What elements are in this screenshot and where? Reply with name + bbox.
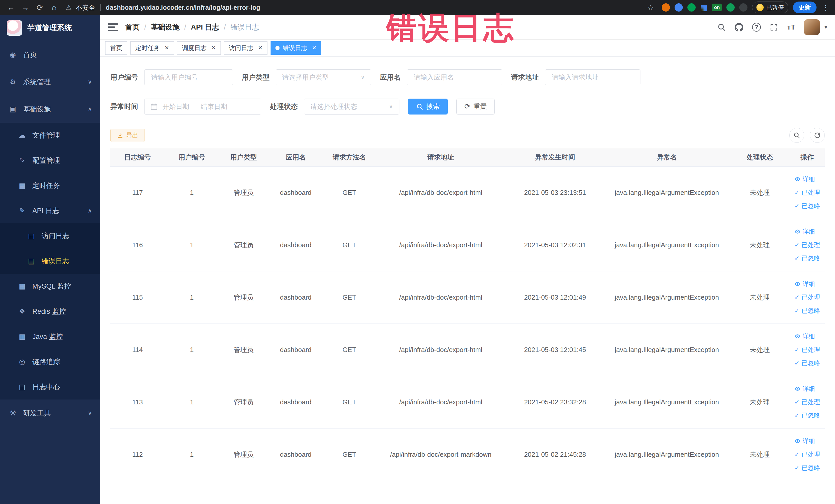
close-icon[interactable]: ×	[257, 44, 264, 52]
request-url-input[interactable]	[545, 69, 640, 85]
tab-访问日志[interactable]: 访问日志×	[224, 41, 267, 55]
action-已处理[interactable]: ✓已处理	[794, 344, 820, 356]
cell-exception: java.lang.IllegalArgumentException	[604, 271, 730, 323]
sidebar-item-首页[interactable]: ◉首页	[0, 41, 100, 68]
breadcrumb-separator: /	[144, 23, 146, 31]
sidebar-item-日志中心[interactable]: ▤日志中心	[0, 374, 100, 400]
refresh-button[interactable]	[810, 128, 825, 143]
sidebar-item-访问日志[interactable]: ▤访问日志	[0, 223, 100, 248]
table-row: 1161管理员dashboardGET/api/infra/db-doc/exp…	[110, 219, 825, 271]
search-button[interactable]: 搜索	[408, 99, 448, 115]
url-text[interactable]: dashboard.yudao.iocoder.cn/infra/log/api…	[106, 4, 260, 11]
sidebar-item-系统管理[interactable]: ⚙系统管理∨	[0, 68, 100, 96]
extension-on-badge[interactable]: on	[712, 4, 722, 11]
action-已忽略[interactable]: ✓已忽略	[794, 357, 820, 369]
app-logo[interactable]: 芋道管理系统	[0, 15, 100, 41]
sidebar-item-研发工具[interactable]: ⚒研发工具∨	[0, 400, 100, 427]
reset-button[interactable]: ⟳ 重置	[456, 99, 495, 115]
tab-调度日志[interactable]: 调度日志×	[177, 41, 221, 55]
tab-错误日志[interactable]: 错误日志×	[270, 41, 321, 55]
close-icon[interactable]: ×	[310, 44, 318, 52]
action-详细[interactable]: 详细	[794, 435, 815, 447]
cell-id: 113	[110, 376, 165, 428]
avatar[interactable]	[804, 19, 820, 35]
extensions-puzzle-icon[interactable]	[739, 3, 748, 12]
cell-actions: 详细✓已处理✓已忽略	[790, 376, 825, 428]
security-label[interactable]: 不安全	[76, 3, 95, 12]
extension-icon[interactable]	[687, 3, 696, 12]
action-已忽略[interactable]: ✓已忽略	[794, 200, 820, 212]
sidebar-item-配置管理[interactable]: ✎配置管理	[0, 148, 100, 173]
update-button[interactable]: 更新	[793, 2, 816, 13]
column-header: 应用名	[268, 148, 323, 166]
tab-首页[interactable]: 首页	[105, 41, 127, 55]
action-已处理[interactable]: ✓已处理	[794, 291, 820, 303]
process-status-select[interactable]: 请选择处理状态 ∨	[304, 99, 400, 115]
action-已处理[interactable]: ✓已处理	[794, 448, 820, 460]
sidebar-item-Java 监控[interactable]: ▥Java 监控	[0, 324, 100, 349]
breadcrumb-item[interactable]: 基础设施	[151, 22, 180, 32]
action-已处理[interactable]: ✓已处理	[794, 187, 820, 199]
browser-menu-icon[interactable]: ⋮	[821, 3, 830, 12]
action-已忽略[interactable]: ✓已忽略	[794, 409, 820, 421]
back-icon[interactable]: ←	[5, 1, 18, 14]
action-详细[interactable]: 详细	[794, 226, 815, 238]
user-type-label: 用户类型	[242, 73, 269, 82]
eye-icon	[794, 228, 801, 235]
app-name-input[interactable]	[407, 69, 502, 85]
action-已忽略[interactable]: ✓已忽略	[794, 253, 820, 264]
user-type-select[interactable]: 请选择用户类型 ∨	[276, 69, 371, 85]
action-已处理[interactable]: ✓已处理	[794, 396, 820, 408]
extension-icon[interactable]	[727, 3, 735, 12]
action-详细[interactable]: 详细	[794, 173, 815, 185]
bookmark-star-icon[interactable]: ☆	[644, 1, 657, 14]
sidebar: 芋道管理系统 ◉首页⚙系统管理∨▣基础设施∧☁文件管理✎配置管理▦定时任务✎AP…	[0, 15, 100, 504]
extension-icon[interactable]	[662, 3, 670, 12]
search-icon[interactable]	[717, 22, 727, 32]
action-已忽略[interactable]: ✓已忽略	[794, 462, 820, 474]
reload-icon[interactable]: ⟳	[33, 1, 46, 14]
close-icon[interactable]: ×	[210, 44, 218, 52]
doc-icon: ▤	[27, 257, 36, 265]
paused-badge[interactable]: 已暂停	[752, 2, 788, 13]
fullscreen-icon[interactable]	[769, 22, 779, 32]
github-icon[interactable]	[734, 22, 744, 32]
address-bar[interactable]: ⚠ 不安全 dashboard.yudao.iocoder.cn/infra/l…	[62, 3, 643, 12]
home-icon[interactable]: ⌂	[48, 1, 61, 14]
sidebar-item-定时任务[interactable]: ▦定时任务	[0, 173, 100, 198]
date-range-picker[interactable]: 开始日期 - 结束日期	[144, 99, 261, 115]
font-size-icon[interactable]: тT	[787, 22, 796, 32]
breadcrumb-item[interactable]: 首页	[125, 22, 140, 32]
action-已忽略[interactable]: ✓已忽略	[794, 305, 820, 317]
action-详细[interactable]: 详细	[794, 278, 815, 290]
table-row: 1171管理员dashboardGET/api/infra/db-doc/exp…	[110, 166, 825, 219]
extension-icon[interactable]	[675, 3, 683, 12]
sidebar-item-Redis 监控[interactable]: ❖Redis 监控	[0, 299, 100, 324]
sidebar-item-API 日志[interactable]: ✎API 日志∧	[0, 198, 100, 223]
help-icon[interactable]: ?	[752, 22, 761, 32]
sidebar-item-错误日志[interactable]: ▤错误日志	[0, 248, 100, 274]
cell-time: 2021-05-03 12:01:45	[506, 323, 604, 376]
extension-icon[interactable]: ▦	[700, 3, 708, 12]
hamburger-icon[interactable]	[108, 23, 118, 32]
sidebar-item-基础设施[interactable]: ▣基础设施∧	[0, 96, 100, 123]
cell-url: /api/infra/db-doc/export-markdown	[375, 428, 506, 481]
sidebar-item-文件管理[interactable]: ☁文件管理	[0, 123, 100, 148]
table-header-row: 日志编号用户编号用户类型应用名请求方法名请求地址异常发生时间异常名处理状态操作	[110, 148, 825, 166]
breadcrumb-item[interactable]: API 日志	[191, 22, 219, 32]
action-详细[interactable]: 详细	[794, 383, 815, 395]
sidebar-item-链路追踪[interactable]: ◎链路追踪	[0, 349, 100, 374]
action-已处理[interactable]: ✓已处理	[794, 239, 820, 251]
sidebar-item-MySQL 监控[interactable]: ▦MySQL 监控	[0, 274, 100, 299]
filter-row-1: 用户编号 用户类型 请选择用户类型 ∨ 应用名 请求地址	[110, 69, 825, 85]
export-button[interactable]: 导出	[110, 129, 145, 142]
app-title: 芋道管理系统	[27, 23, 72, 33]
action-详细[interactable]: 详细	[794, 330, 815, 342]
cell-user_type: 管理员	[219, 428, 268, 481]
chevron-down-icon[interactable]: ▾	[824, 24, 827, 31]
tab-定时任务[interactable]: 定时任务×	[130, 41, 174, 55]
user-id-input[interactable]	[144, 69, 233, 85]
close-icon[interactable]: ×	[163, 44, 171, 52]
forward-icon[interactable]: →	[19, 1, 32, 14]
toggle-search-button[interactable]	[789, 128, 804, 143]
